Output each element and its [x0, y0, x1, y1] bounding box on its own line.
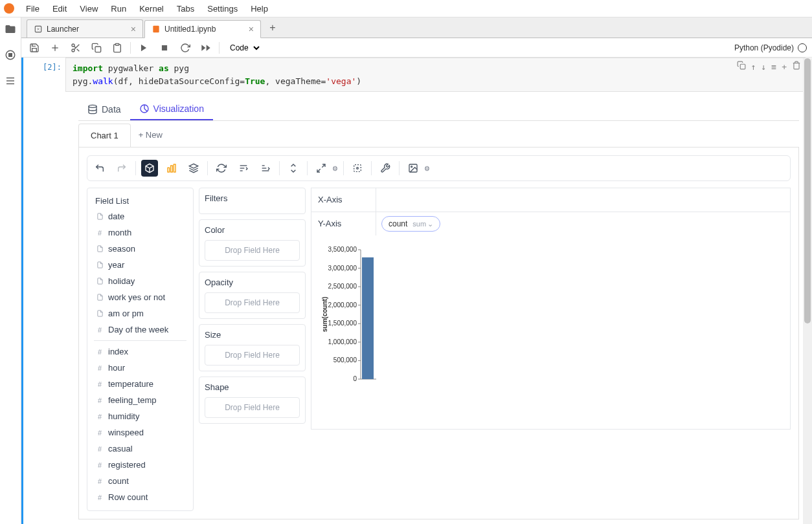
svg-point-36 — [357, 168, 359, 169]
chart-tab-new[interactable]: + New — [131, 124, 170, 147]
sort-asc-icon[interactable] — [235, 160, 252, 177]
menu-settings[interactable]: Settings — [201, 1, 244, 16]
hash-icon: # — [95, 229, 104, 237]
export-icon[interactable] — [405, 160, 422, 177]
svg-line-33 — [322, 164, 325, 168]
field-casual[interactable]: #casual — [90, 441, 190, 457]
stop-icon[interactable] — [157, 40, 172, 56]
vertical-scrollbar[interactable] — [803, 58, 812, 524]
kernel-name: Python (Pyodide) — [734, 43, 794, 52]
add-icon[interactable]: + — [782, 61, 787, 74]
move-down-icon[interactable]: ↓ — [761, 61, 767, 74]
menu-help[interactable]: Help — [244, 1, 275, 16]
duplicate-icon[interactable] — [737, 61, 746, 74]
field-month[interactable]: #month — [90, 224, 190, 241]
restart-icon[interactable] — [177, 40, 193, 56]
save-icon[interactable] — [27, 40, 42, 56]
hash-icon: # — [95, 429, 104, 437]
close-icon[interactable]: × — [249, 24, 254, 34]
run-icon[interactable] — [136, 40, 152, 56]
shelf-color[interactable]: Color Drop Field Here — [199, 219, 306, 267]
field-Day-of-the-week[interactable]: #Day of the week — [90, 322, 190, 338]
hash-icon: # — [95, 348, 104, 356]
field-index[interactable]: #index — [90, 344, 190, 360]
menu-file[interactable]: File — [19, 1, 46, 16]
gear-icon[interactable]: ⚙ — [332, 165, 338, 172]
menu-view[interactable]: View — [73, 1, 104, 16]
svg-marker-16 — [141, 44, 146, 51]
folder-icon[interactable] — [4, 23, 17, 36]
field-am-or-pm[interactable]: am or pm — [90, 305, 190, 322]
layout-icon[interactable] — [313, 160, 330, 177]
x-axis-shelf[interactable]: X-Axis — [311, 188, 791, 212]
tab-data[interactable]: Data — [78, 98, 130, 120]
svg-rect-1 — [9, 54, 12, 57]
hash-icon: # — [95, 413, 104, 420]
field-date[interactable]: date — [90, 208, 190, 224]
tab-visualization[interactable]: Visualization — [130, 98, 213, 120]
paste-icon[interactable] — [109, 40, 125, 56]
cut-icon[interactable] — [68, 40, 84, 56]
aggregate-icon[interactable] — [141, 160, 158, 177]
undo-icon[interactable] — [91, 160, 108, 177]
field-humidity[interactable]: #humidity — [90, 408, 190, 424]
code-cell[interactable]: [2]: ↑ ↓ ≡ + import pygwalker as pyg pyg… — [21, 58, 812, 524]
field-year[interactable]: year — [90, 257, 190, 273]
field-winspeed[interactable]: #winspeed — [90, 424, 190, 441]
shelf-opacity[interactable]: Opacity Drop Field Here — [199, 272, 306, 319]
shelf-size[interactable]: Size Drop Field Here — [199, 324, 306, 371]
cell-code[interactable]: ↑ ↓ ≡ + import pygwalker as pyg pyg.walk… — [65, 58, 806, 92]
new-tab-button[interactable]: + — [265, 20, 280, 36]
chart-tab-1[interactable]: Chart 1 — [78, 124, 131, 147]
field-count[interactable]: #count — [90, 473, 190, 489]
viz-toolbar: ⚙ ⚙ — [87, 155, 791, 181]
menu-tabs[interactable]: Tabs — [170, 1, 201, 16]
svg-text:2,500,000: 2,500,000 — [328, 283, 357, 290]
mark-type-icon[interactable] — [163, 160, 180, 177]
toc-icon[interactable] — [4, 74, 17, 87]
add-cell-icon[interactable] — [47, 40, 63, 56]
field-pill-count[interactable]: count sum ⌄ — [381, 216, 440, 232]
delete-icon[interactable] — [792, 61, 801, 74]
menu-edit[interactable]: Edit — [46, 1, 73, 16]
field-season[interactable]: season — [90, 241, 190, 257]
field-temperature[interactable]: #temperature — [90, 376, 190, 392]
config-icon[interactable] — [377, 160, 394, 177]
gear-icon[interactable]: ⚙ — [424, 165, 430, 172]
field-Row-count[interactable]: #Row count — [90, 489, 190, 505]
copy-icon[interactable] — [89, 40, 104, 56]
tab-notebook[interactable]: Untitled1.ipynb × — [144, 20, 261, 38]
field-holiday[interactable]: holiday — [90, 273, 190, 289]
close-icon[interactable]: × — [131, 24, 136, 34]
field-registered[interactable]: #registered — [90, 457, 190, 473]
axis-resize-icon[interactable] — [285, 160, 302, 177]
field-hour[interactable]: #hour — [90, 360, 190, 376]
move-up-icon[interactable]: ↑ — [751, 61, 756, 74]
database-icon — [87, 104, 98, 115]
chart-tabs: Chart 1 + New — [78, 124, 799, 147]
menu-kernel[interactable]: Kernel — [133, 1, 170, 16]
jupyter-logo — [4, 3, 14, 14]
sort-desc-icon[interactable] — [257, 160, 274, 177]
tab-bar: Launcher × Untitled1.ipynb × + — [21, 17, 812, 38]
tab-launcher[interactable]: Launcher × — [27, 19, 143, 38]
geo-icon[interactable] — [349, 160, 366, 177]
hash-icon: # — [95, 461, 104, 469]
scrollbar-thumb[interactable] — [804, 58, 811, 323]
fast-forward-icon[interactable] — [198, 40, 214, 56]
running-kernels-icon[interactable] — [4, 49, 17, 61]
cell-type-select[interactable]: Code — [225, 41, 262, 54]
shelf-filters[interactable]: Filters — [199, 188, 306, 214]
redo-icon[interactable] — [113, 160, 130, 177]
transpose-icon[interactable] — [213, 160, 230, 177]
menu-run[interactable]: Run — [104, 1, 133, 16]
shelf-shape[interactable]: Shape Drop Field Here — [199, 377, 306, 424]
insert-below-icon[interactable]: ≡ — [771, 61, 776, 74]
stack-icon[interactable] — [185, 160, 202, 177]
svg-line-12 — [77, 49, 80, 51]
field-work-yes-or-not[interactable]: work yes or not — [90, 289, 190, 305]
chevron-down-icon[interactable]: ⌄ — [427, 220, 433, 228]
kernel-status[interactable]: Python (Pyodide) — [734, 43, 807, 52]
y-axis-shelf[interactable]: Y-Axis count sum ⌄ — [311, 212, 791, 235]
field-feeling_temp[interactable]: #feeling_temp — [90, 392, 190, 408]
